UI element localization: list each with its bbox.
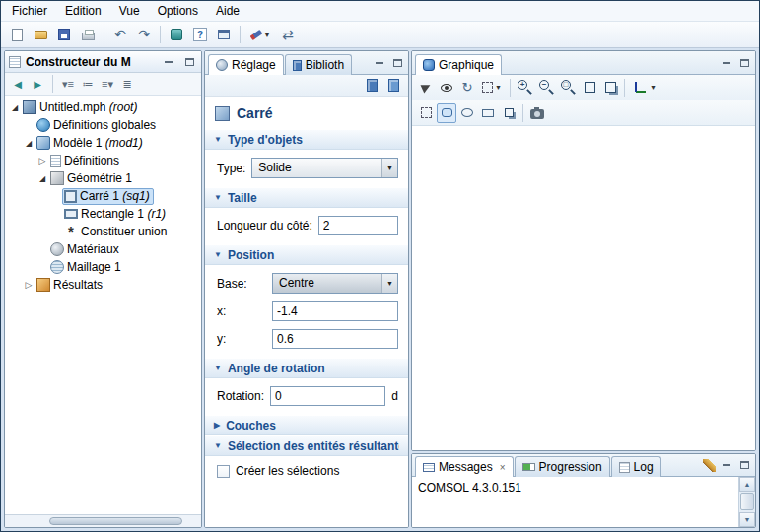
show-menu-icon[interactable]: ▾≡ xyxy=(60,78,76,91)
minimize-panel-button[interactable] xyxy=(719,458,734,472)
format-paint-button[interactable]: ▼ xyxy=(245,24,275,45)
maximize-panel-button[interactable] xyxy=(181,55,197,69)
maximize-panel-button[interactable] xyxy=(389,56,405,70)
zoom-out-button[interactable]: − xyxy=(536,78,557,98)
section-header-couches[interactable]: ▶ Couches xyxy=(205,415,408,435)
open-file-button[interactable] xyxy=(30,24,51,45)
new-file-button[interactable] xyxy=(6,24,28,45)
section-header-rotation[interactable]: ▼ Angle de rotation xyxy=(205,358,408,378)
select-ellipse-button[interactable] xyxy=(457,103,477,123)
select-rectangle-button[interactable] xyxy=(478,103,498,123)
minimize-panel-button[interactable] xyxy=(719,56,734,70)
chevron-down-icon: ▼ xyxy=(214,364,222,372)
minimize-panel-button[interactable] xyxy=(161,55,176,69)
scrollbar-thumb[interactable] xyxy=(49,517,182,525)
help-button[interactable]: ? xyxy=(189,24,211,45)
base-select[interactable]: Centre ▼ xyxy=(272,273,398,294)
tree-item-definitions[interactable]: ▷ Définitions xyxy=(7,152,199,169)
close-icon[interactable]: × xyxy=(500,462,506,473)
zoom-extents-button[interactable] xyxy=(580,78,599,98)
tree-item-model1[interactable]: ◢ Modèle 1 (mod1) xyxy=(7,134,199,152)
maximize-panel-button[interactable] xyxy=(736,458,752,472)
tree-item-root[interactable]: ◢ Untitled.mph (root) xyxy=(7,99,199,116)
scroll-down-arrow[interactable]: ▼ xyxy=(739,512,755,527)
section-header-selection[interactable]: ▼ Sélection des entités résultante xyxy=(205,435,408,456)
rotation-input[interactable] xyxy=(270,386,385,406)
zoom-selected-button[interactable] xyxy=(600,78,620,98)
tab-graphique[interactable]: Graphique xyxy=(415,54,502,75)
scroll-up-arrow[interactable]: ▲ xyxy=(739,477,755,492)
tree-item-carre1[interactable]: Carré 1 (sq1) xyxy=(7,187,199,205)
graphics-icon xyxy=(423,59,435,71)
redo-button[interactable]: ↷ xyxy=(133,24,155,45)
measure-button[interactable]: ⇄ xyxy=(277,24,299,45)
help-icon: ? xyxy=(193,28,207,41)
expand-arrow-icon[interactable]: ◢ xyxy=(9,103,21,112)
forward-arrow-icon[interactable]: ▶ xyxy=(30,79,45,90)
brush-icon xyxy=(703,459,716,472)
image-snapshot-button[interactable]: ▼ xyxy=(478,78,506,98)
window-layout-button[interactable] xyxy=(213,24,235,45)
create-selections-row[interactable]: Créer les sélections xyxy=(217,464,398,478)
expand-all-icon[interactable]: ≡▾ xyxy=(100,78,115,91)
menu-aide[interactable]: Aide xyxy=(207,2,248,20)
print-button[interactable] xyxy=(77,24,99,45)
type-select[interactable]: Solide ▼ xyxy=(251,158,398,178)
build-update-button[interactable] xyxy=(166,24,187,45)
tab-messages[interactable]: Messages × xyxy=(415,456,514,477)
view-orientation-button[interactable]: ▼ xyxy=(629,78,660,98)
expand-arrow-icon[interactable]: ◢ xyxy=(23,139,35,148)
tree-item-mesh1[interactable]: Maillage 1 xyxy=(7,258,199,276)
clear-log-button[interactable] xyxy=(701,458,717,472)
deselect-button[interactable] xyxy=(416,78,436,98)
scrollbar-thumb[interactable] xyxy=(740,493,754,510)
visibility-button[interactable] xyxy=(437,78,456,98)
side-length-input[interactable] xyxy=(318,216,398,235)
tab-progression[interactable]: Progression xyxy=(515,456,610,477)
tree-item-geometry1[interactable]: ◢ Géométrie 1 xyxy=(7,169,199,187)
maximize-panel-button[interactable] xyxy=(736,56,752,70)
toolbar-separator xyxy=(160,26,161,43)
vertical-scrollbar[interactable]: ▲ ▼ xyxy=(738,477,755,527)
graphics-canvas[interactable] xyxy=(412,126,755,450)
tree-item-materials[interactable]: Matériaux xyxy=(7,240,199,258)
scrollbar-track[interactable] xyxy=(739,492,755,512)
tab-reglage[interactable]: Réglage xyxy=(208,54,284,75)
tree-item-union[interactable]: * Constituer union xyxy=(7,223,199,240)
y-input[interactable] xyxy=(272,329,398,349)
section-header-type[interactable]: ▼ Type d'objets xyxy=(205,129,408,150)
back-arrow-icon[interactable]: ◀ xyxy=(10,79,26,90)
zoom-box-button[interactable]: □ xyxy=(558,78,579,98)
axis-icon xyxy=(633,80,648,95)
checkbox-icon[interactable] xyxy=(217,465,230,478)
tree-item-results[interactable]: ▷ Résultats xyxy=(7,276,199,294)
collapse-arrow-icon[interactable]: ▷ xyxy=(23,280,35,290)
refresh-plot-button[interactable]: ↻ xyxy=(457,78,477,98)
undo-button[interactable]: ↶ xyxy=(109,24,131,45)
tree-item-rectangle1[interactable]: Rectangle 1 (r1) xyxy=(7,205,199,223)
expand-arrow-icon[interactable]: ◢ xyxy=(36,174,48,183)
minimize-panel-button[interactable] xyxy=(372,56,387,70)
select-box-button[interactable] xyxy=(416,103,436,123)
section-header-taille[interactable]: ▼ Taille xyxy=(205,187,408,208)
tree-item-global-definitions[interactable]: Définitions globales xyxy=(7,116,199,134)
collapse-all-icon[interactable]: ≔ xyxy=(80,78,96,91)
tab-log[interactable]: Log xyxy=(611,456,661,477)
menu-options[interactable]: Options xyxy=(149,2,207,20)
material-browser-button[interactable] xyxy=(363,77,380,95)
menu-fichier[interactable]: Fichier xyxy=(3,2,56,20)
select-adjacent-button[interactable] xyxy=(499,103,518,123)
menu-edition[interactable]: Edition xyxy=(56,2,110,20)
zoom-in-button[interactable]: + xyxy=(515,78,535,98)
collapse-arrow-icon[interactable]: ▷ xyxy=(36,156,48,166)
sort-icon[interactable]: ≣ xyxy=(119,78,135,91)
menu-vue[interactable]: Vue xyxy=(110,2,149,20)
tab-bibliotheque[interactable]: Biblioth xyxy=(285,54,352,75)
x-input[interactable] xyxy=(272,301,398,321)
save-button[interactable] xyxy=(53,24,75,45)
snapshot-button[interactable] xyxy=(527,103,547,123)
select-rounded-button[interactable] xyxy=(437,103,456,123)
model-library-button[interactable] xyxy=(384,77,402,95)
section-header-position[interactable]: ▼ Position xyxy=(205,244,408,265)
horizontal-scrollbar[interactable] xyxy=(5,514,201,527)
